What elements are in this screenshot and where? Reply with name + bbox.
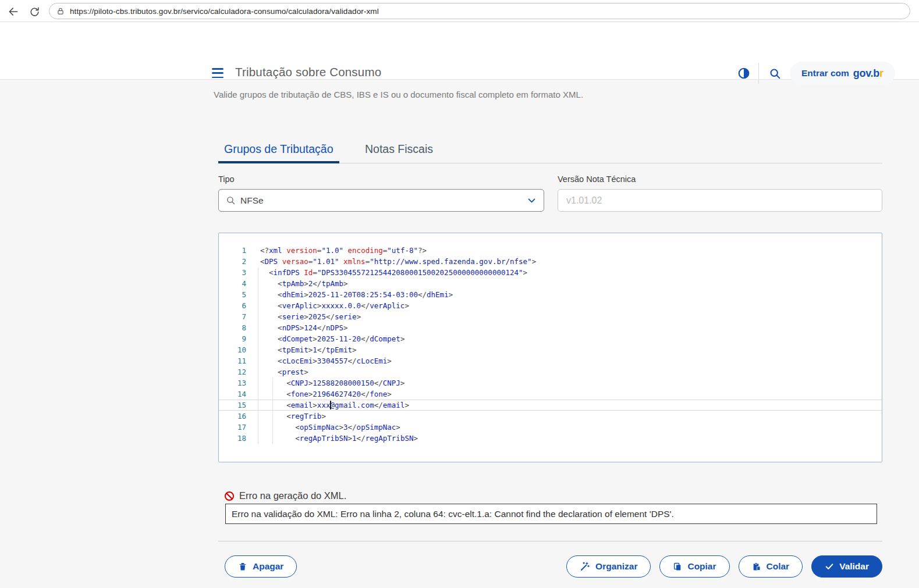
line-number: 9 bbox=[219, 333, 246, 344]
check-icon bbox=[825, 562, 834, 571]
copiar-button[interactable]: Copiar bbox=[659, 555, 729, 578]
page-title: Tributação sobre Consumo bbox=[235, 65, 381, 79]
code-line[interactable]: 1<?xml version="1.0" encoding="utf-8"?> bbox=[219, 245, 882, 256]
tab-bar: Grupos de Tributação Notas Fiscais bbox=[218, 137, 882, 163]
error-detail: Erro na validação do XML: Erro na linha … bbox=[232, 509, 674, 519]
line-number: 6 bbox=[219, 300, 246, 311]
code-line[interactable]: 13 <CNPJ>12588208000150</CNPJ> bbox=[219, 377, 882, 389]
back-arrow-icon bbox=[8, 6, 19, 17]
tipo-label: Tipo bbox=[218, 174, 235, 184]
code-line[interactable]: 9 <dCompet>2025-11-20</dCompet> bbox=[219, 333, 882, 344]
paste-icon bbox=[752, 562, 761, 572]
line-number: 5 bbox=[219, 289, 246, 300]
text-cursor bbox=[330, 401, 331, 409]
magic-wand-icon bbox=[580, 561, 590, 572]
code-line[interactable]: 12 <prest> bbox=[219, 366, 882, 377]
login-label: Entrar com bbox=[801, 68, 849, 79]
code-lines: 1<?xml version="1.0" encoding="utf-8"?>2… bbox=[219, 233, 882, 444]
line-number: 13 bbox=[219, 377, 246, 389]
error-message-box: Erro na validação do XML: Erro na linha … bbox=[225, 504, 877, 524]
url-text: https://piloto-cbs.tributos.gov.br/servi… bbox=[70, 7, 379, 16]
code-line[interactable]: 4 <tpAmb>2</tpAmb> bbox=[219, 278, 882, 289]
reload-icon bbox=[29, 6, 40, 17]
intro-text: Valide grupos de tributação de CBS, IBS … bbox=[214, 90, 583, 99]
error-title-row: Erro na geração do XML. bbox=[224, 490, 346, 501]
code-line[interactable]: 14 <fone>21964627420</fone> bbox=[219, 389, 882, 400]
line-number: 12 bbox=[219, 366, 246, 377]
back-button[interactable] bbox=[6, 4, 21, 19]
line-number: 14 bbox=[219, 389, 246, 400]
apagar-button[interactable]: Apagar bbox=[225, 555, 297, 578]
menu-button[interactable] bbox=[212, 68, 223, 78]
validar-button[interactable]: Validar bbox=[811, 555, 882, 578]
code-line[interactable]: 5 <dhEmi>2025-11-20T08:25:54-03:00</dhEm… bbox=[219, 289, 882, 300]
code-line[interactable]: 16 <regTrib> bbox=[219, 411, 882, 422]
select-search-icon bbox=[226, 195, 236, 205]
line-number: 18 bbox=[219, 433, 246, 444]
code-line[interactable]: 10 <tpEmit>1</tpEmit> bbox=[219, 344, 882, 355]
code-line[interactable]: 18 <regApTribSN>1</regApTribSN> bbox=[219, 433, 882, 444]
versao-input[interactable] bbox=[558, 189, 882, 212]
trash-icon bbox=[238, 562, 247, 572]
tipo-value: NFSe bbox=[240, 195, 522, 206]
error-title: Erro na geração do XML. bbox=[239, 490, 346, 501]
code-line[interactable]: 2<DPS versao="1.01" xmlns="http://www.sp… bbox=[219, 256, 882, 267]
line-number: 15 bbox=[219, 400, 246, 410]
code-line[interactable]: 11 <cLocEmi>3304557</cLocEmi> bbox=[219, 355, 882, 366]
tab-notas-fiscais[interactable]: Notas Fiscais bbox=[359, 137, 439, 163]
line-number: 17 bbox=[219, 422, 246, 433]
contrast-button[interactable] bbox=[736, 66, 751, 81]
line-number: 8 bbox=[219, 322, 246, 333]
versao-label: Versão Nota Técnica bbox=[558, 174, 636, 184]
error-prohibited-icon bbox=[224, 491, 235, 501]
code-line[interactable]: 15 <email>xxx@gmail.com</email> bbox=[219, 400, 882, 411]
code-line[interactable]: 8 <nDPS>124</nDPS> bbox=[219, 322, 882, 333]
colar-button[interactable]: Colar bbox=[739, 555, 803, 578]
line-number: 10 bbox=[219, 344, 246, 355]
tipo-select[interactable]: NFSe bbox=[218, 189, 544, 212]
code-line[interactable]: 3 <infDPS Id="DPS33045572125442080001500… bbox=[219, 267, 882, 278]
code-line[interactable]: 7 <serie>2025</serie> bbox=[219, 311, 882, 322]
code-line[interactable]: 17 <opSimpNac>3</opSimpNac> bbox=[219, 422, 882, 433]
xml-editor[interactable]: 1<?xml version="1.0" encoding="utf-8"?>2… bbox=[218, 233, 882, 462]
login-govbr-button[interactable]: Entrar com gov.br bbox=[790, 62, 895, 85]
contrast-icon bbox=[737, 67, 750, 80]
copy-icon bbox=[673, 562, 682, 572]
line-number: 1 bbox=[219, 245, 246, 256]
address-bar[interactable]: https://piloto-cbs.tributos.gov.br/servi… bbox=[49, 3, 910, 19]
header-divider bbox=[758, 63, 759, 84]
line-number: 11 bbox=[219, 355, 246, 366]
search-icon bbox=[769, 67, 781, 80]
line-number: 3 bbox=[219, 267, 246, 278]
govbr-logo: gov.br bbox=[853, 67, 883, 80]
lock-icon bbox=[56, 7, 65, 16]
line-number: 16 bbox=[219, 411, 246, 422]
search-button[interactable] bbox=[767, 66, 782, 81]
line-number: 7 bbox=[219, 311, 246, 322]
reload-button[interactable] bbox=[27, 4, 42, 19]
chevron-down-icon[interactable] bbox=[527, 195, 537, 205]
actions-divider bbox=[218, 541, 882, 541]
organizar-button[interactable]: Organizar bbox=[566, 555, 651, 578]
browser-chrome: https://piloto-cbs.tributos.gov.br/servi… bbox=[0, 0, 919, 22]
app-header: Tributação sobre Consumo Entrar com gov.… bbox=[0, 22, 919, 80]
tab-grupos-de-tributacao[interactable]: Grupos de Tributação bbox=[218, 137, 339, 163]
line-number: 2 bbox=[219, 256, 246, 267]
code-line[interactable]: 6 <verAplic>xxxxx.0.0</verAplic> bbox=[219, 300, 882, 311]
line-number: 4 bbox=[219, 278, 246, 289]
